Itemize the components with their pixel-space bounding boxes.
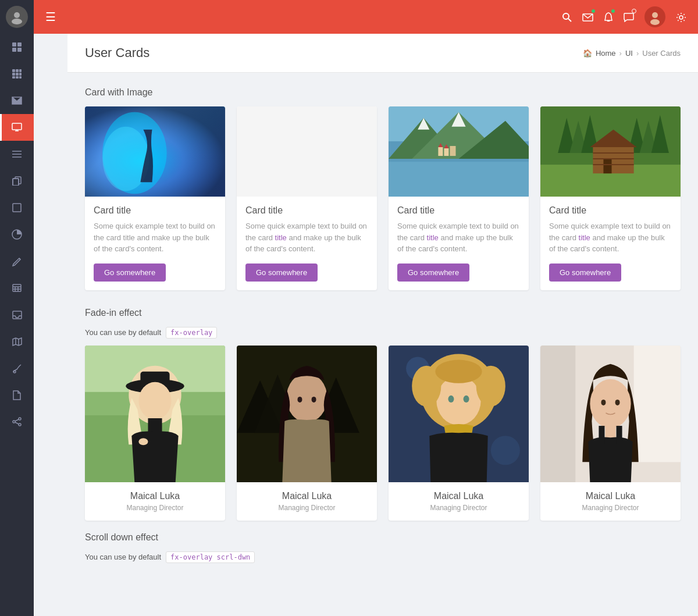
fade-in-code-badge: fx-overlay xyxy=(166,327,217,339)
settings-icon[interactable] xyxy=(676,11,686,23)
search-icon[interactable] xyxy=(562,11,572,23)
svg-rect-7 xyxy=(16,69,19,72)
sidebar-item-dashboard[interactable] xyxy=(0,34,34,60)
sidebar-item-list[interactable] xyxy=(0,141,34,168)
card-4-text: Some quick example text to build on the … xyxy=(549,220,672,255)
svg-rect-13 xyxy=(16,76,19,79)
svg-rect-112 xyxy=(617,426,622,443)
card-2-image-placeholder xyxy=(237,106,377,197)
card-2-text: Some quick example text to build on the … xyxy=(245,220,368,255)
sidebar-item-table[interactable] xyxy=(0,275,34,301)
sidebar-item-map[interactable] xyxy=(0,328,34,355)
sidebar-avatar[interactable] xyxy=(0,0,34,34)
person-card-2: Maical Luka Managing Director xyxy=(237,346,377,521)
svg-point-0 xyxy=(14,12,20,18)
svg-rect-108 xyxy=(540,346,575,482)
card-3: Card title Some quick example text to bu… xyxy=(389,106,529,290)
card-1-text: Some quick example text to build on the … xyxy=(94,220,216,255)
sidebar-item-edit[interactable] xyxy=(0,248,34,275)
sidebar xyxy=(0,0,34,616)
svg-rect-6 xyxy=(12,69,15,72)
svg-rect-15 xyxy=(12,123,22,130)
card-2-button[interactable]: Go somewhere xyxy=(245,264,318,282)
svg-point-34 xyxy=(13,371,16,373)
card-3-title: Card title xyxy=(397,205,520,216)
person-card-1-body: Maical Luka Managing Director xyxy=(85,482,225,521)
sidebar-item-copy[interactable] xyxy=(0,168,34,194)
sidebar-item-mail[interactable] xyxy=(0,87,34,114)
svg-point-94 xyxy=(312,396,316,402)
svg-rect-14 xyxy=(19,76,22,79)
card-section-title: Card with Image xyxy=(85,87,681,98)
page-title: User Cards xyxy=(85,45,149,60)
svg-point-104 xyxy=(448,395,454,402)
person-4-role: Managing Director xyxy=(549,504,672,512)
sidebar-item-grid[interactable] xyxy=(0,60,34,87)
svg-line-39 xyxy=(15,422,19,424)
breadcrumb-ui[interactable]: UI xyxy=(625,49,633,58)
fade-in-section: Fade-in effect You can use by default fx… xyxy=(85,308,681,521)
svg-rect-2 xyxy=(12,42,16,47)
svg-rect-12 xyxy=(12,76,15,79)
scroll-down-code-badge: fx-overlay scrl-dwn xyxy=(166,551,255,563)
svg-point-103 xyxy=(435,359,482,383)
card-with-image-section: Card with Image xyxy=(85,87,681,290)
breadcrumb: 🏠 Home › UI › User Cards xyxy=(583,49,681,58)
svg-point-1 xyxy=(12,19,22,24)
person-3-role: Managing Director xyxy=(397,504,520,512)
svg-rect-75 xyxy=(603,159,611,173)
user-avatar-header[interactable] xyxy=(644,6,665,27)
scroll-down-section: Scroll down effect You can use by defaul… xyxy=(85,532,681,563)
breadcrumb-sep-1: › xyxy=(619,49,622,58)
chat-icon[interactable] xyxy=(624,11,634,23)
bell-badge xyxy=(611,9,615,13)
scroll-down-title: Scroll down effect xyxy=(85,532,681,543)
svg-rect-111 xyxy=(599,426,604,443)
svg-rect-5 xyxy=(17,48,22,52)
cards-grid: Card title Some quick example text to bu… xyxy=(85,106,681,290)
svg-rect-3 xyxy=(17,42,22,47)
top-header: ☰ xyxy=(34,0,698,34)
card-2-body: Card title Some quick example text to bu… xyxy=(237,197,377,290)
fade-in-subtitle: You can use by default fx-overlay xyxy=(85,327,681,339)
svg-rect-10 xyxy=(16,73,19,76)
card-1: Card title Some quick example text to bu… xyxy=(85,106,225,290)
fade-in-section-title: Fade-in effect xyxy=(85,308,681,318)
card-4-button[interactable]: Go somewhere xyxy=(549,264,621,282)
svg-point-47 xyxy=(679,16,683,19)
card-3-body: Card title Some quick example text to bu… xyxy=(389,197,529,290)
card-4-title: Card title xyxy=(549,205,672,216)
person-card-3: Maical Luka Managing Director xyxy=(389,346,529,521)
mail-icon[interactable] xyxy=(582,11,593,23)
card-1-title: Card title xyxy=(94,205,216,216)
svg-point-92 xyxy=(286,373,327,422)
sidebar-item-brush[interactable] xyxy=(0,355,34,382)
page-header: User Cards 🏠 Home › UI › User Cards xyxy=(67,34,698,73)
card-1-button[interactable]: Go somewhere xyxy=(94,264,166,282)
svg-point-46 xyxy=(650,19,660,25)
svg-point-40 xyxy=(563,13,569,19)
person-card-4-body: Maical Luka Managing Director xyxy=(540,482,681,521)
svg-rect-60 xyxy=(444,148,448,156)
sidebar-item-share[interactable] xyxy=(0,408,34,435)
svg-line-41 xyxy=(568,19,571,22)
svg-rect-22 xyxy=(13,179,19,186)
bell-icon[interactable] xyxy=(604,11,613,23)
sidebar-item-file[interactable] xyxy=(0,382,34,408)
card-3-button[interactable]: Go somewhere xyxy=(397,264,469,282)
sidebar-item-inbox[interactable] xyxy=(0,301,34,328)
main-content: User Cards 🏠 Home › UI › User Cards Card… xyxy=(67,34,698,616)
svg-point-93 xyxy=(297,396,302,402)
hamburger-button[interactable]: ☰ xyxy=(45,10,56,24)
svg-rect-8 xyxy=(19,69,22,72)
sidebar-item-desktop[interactable] xyxy=(0,114,34,141)
person-card-2-body: Maical Luka Managing Director xyxy=(237,482,377,521)
sidebar-item-chart[interactable] xyxy=(0,221,34,248)
breadcrumb-sep-2: › xyxy=(636,49,639,58)
svg-point-36 xyxy=(13,421,15,423)
card-3-text: Some quick example text to build on the … xyxy=(397,220,520,255)
svg-rect-107 xyxy=(634,346,681,462)
sidebar-item-square[interactable] xyxy=(0,194,34,221)
breadcrumb-home[interactable]: Home xyxy=(596,49,616,58)
svg-point-105 xyxy=(464,395,469,402)
